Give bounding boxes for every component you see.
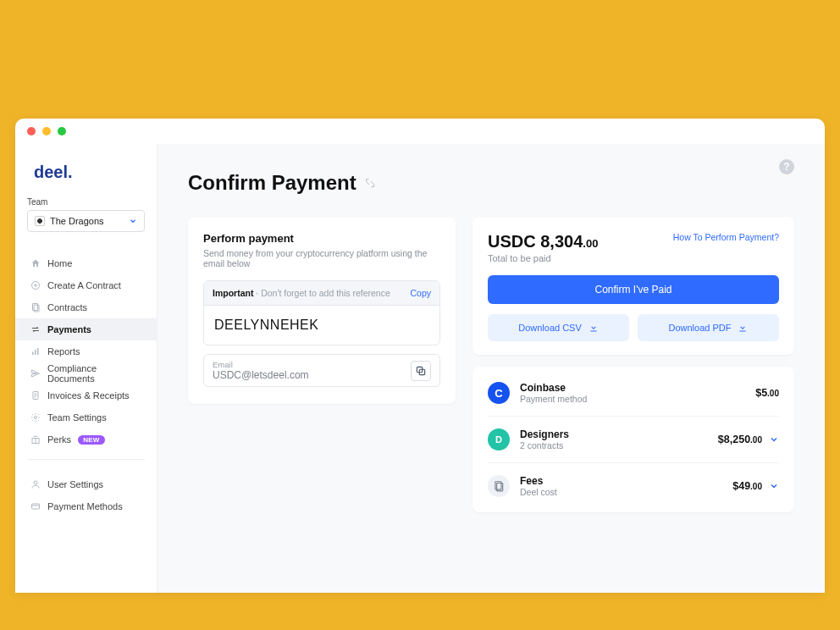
- nav-divider: [27, 459, 145, 460]
- app-window: deel. Team The Dragons Home Create: [15, 119, 825, 593]
- minimize-dot[interactable]: [42, 127, 51, 135]
- breakdown-subtitle: 2 contracts: [520, 440, 708, 450]
- sidebar-item-label: Team Settings: [47, 412, 107, 423]
- sidebar-item-payment-methods[interactable]: Payment Methods: [15, 495, 157, 517]
- breakdown-row-designers[interactable]: D Designers 2 contracts $8,250.00: [488, 417, 779, 463]
- download-icon: [589, 323, 599, 333]
- home-icon: [30, 258, 41, 268]
- transfer-icon: [30, 324, 41, 334]
- copy-email-button[interactable]: [411, 361, 431, 381]
- confirm-paid-button[interactable]: Confirm I've Paid: [488, 275, 779, 304]
- email-label: Email: [213, 360, 309, 369]
- total-amount: USDC 8,304.00: [488, 232, 598, 251]
- sidebar-item-label: User Settings: [47, 479, 103, 489]
- breakdown-row-coinbase: C Coinbase Payment method $5.00: [488, 370, 779, 417]
- breakdown-amount: $8,250.00: [718, 434, 779, 445]
- fees-avatar-icon: [488, 475, 510, 497]
- help-icon[interactable]: ?: [779, 159, 794, 174]
- sidebar-item-home[interactable]: Home: [15, 252, 157, 274]
- download-csv-button[interactable]: Download CSV: [488, 314, 629, 341]
- coinbase-avatar-icon: C: [488, 382, 510, 404]
- breakdown-amount: $49.00: [732, 480, 779, 492]
- total-label: Total to be paid: [488, 253, 779, 263]
- breakdown-card: C Coinbase Payment method $5.00 D: [472, 367, 794, 512]
- sidebar-item-label: Create A Contract: [47, 280, 121, 290]
- nav-secondary: User Settings Payment Methods: [15, 473, 157, 517]
- sidebar-item-label: Payment Methods: [47, 501, 123, 511]
- reference-box: Important · Don't forget to add this ref…: [203, 280, 440, 345]
- sidebar-item-label: Contracts: [47, 302, 87, 312]
- chevron-down-icon: [129, 217, 137, 225]
- send-icon: [30, 368, 41, 379]
- bar-chart-icon: [30, 346, 41, 356]
- sidebar-item-create-contract[interactable]: Create A Contract: [15, 274, 157, 296]
- reference-value: DEELYNNEHEK: [204, 306, 439, 345]
- team-avatar-icon: [35, 216, 45, 226]
- main-content: ? Confirm Payment Perform payment Send m…: [158, 144, 825, 593]
- sidebar-item-label: Reports: [47, 346, 80, 356]
- sidebar-item-compliance[interactable]: Compliance Documents: [15, 362, 157, 384]
- sidebar-item-contracts[interactable]: Contracts: [15, 296, 157, 318]
- sidebar-item-label: Perks: [47, 434, 71, 445]
- window-titlebar: [15, 119, 825, 144]
- sidebar-item-label: Invoices & Receipts: [47, 390, 130, 401]
- breakdown-title: Fees: [520, 475, 722, 487]
- sidebar-item-perks[interactable]: Perks NEW: [15, 428, 157, 450]
- sidebar: deel. Team The Dragons Home Create: [15, 144, 158, 593]
- page-title: Confirm Payment: [188, 171, 375, 195]
- summary-card: USDC 8,304.00 How To Perform Payment? To…: [472, 217, 794, 355]
- perform-payment-subtitle: Send money from your cryptocurrency plat…: [203, 248, 440, 268]
- sidebar-item-payments[interactable]: Payments: [15, 318, 157, 340]
- svg-rect-5: [37, 348, 39, 355]
- gear-icon: [30, 412, 41, 423]
- svg-point-9: [34, 481, 37, 484]
- svg-rect-3: [32, 352, 34, 356]
- breakdown-title: Coinbase: [520, 382, 745, 394]
- breakdown-subtitle: Deel cost: [520, 487, 722, 497]
- perform-payment-title: Perform payment: [203, 232, 440, 245]
- svg-rect-10: [32, 504, 40, 509]
- user-icon: [30, 479, 41, 489]
- sidebar-item-team-settings[interactable]: Team Settings: [15, 406, 157, 428]
- receipt-icon: [30, 390, 41, 401]
- copy-reference-button[interactable]: Copy: [410, 288, 431, 298]
- howto-link[interactable]: How To Perform Payment?: [673, 232, 779, 242]
- sidebar-item-invoices[interactable]: Invoices & Receipts: [15, 384, 157, 406]
- card-icon: [30, 501, 41, 511]
- logo: deel.: [15, 154, 157, 197]
- breakdown-row-fees[interactable]: Fees Deel cost $49.00: [488, 463, 779, 509]
- nav-primary: Home Create A Contract Contracts Payment…: [15, 252, 157, 450]
- page-header: Confirm Payment: [188, 171, 794, 195]
- sidebar-item-label: Compliance Documents: [47, 363, 141, 384]
- svg-rect-4: [35, 350, 36, 355]
- team-label: Team: [15, 197, 157, 210]
- sidebar-item-reports[interactable]: Reports: [15, 340, 157, 362]
- maximize-dot[interactable]: [58, 127, 66, 135]
- download-pdf-button[interactable]: Download PDF: [638, 314, 779, 341]
- chevron-down-icon: [769, 434, 779, 445]
- team-select[interactable]: The Dragons: [27, 210, 145, 232]
- expand-icon[interactable]: [365, 178, 375, 188]
- team-name: The Dragons: [50, 216, 104, 226]
- breakdown-title: Designers: [520, 428, 708, 440]
- perform-payment-card: Perform payment Send money from your cry…: [188, 217, 456, 404]
- chevron-down-icon: [769, 481, 779, 491]
- breakdown-subtitle: Payment method: [520, 394, 745, 404]
- breakdown-amount: $5.00: [755, 387, 779, 399]
- plus-circle-icon: [30, 280, 41, 290]
- reference-header: Important · Don't forget to add this ref…: [204, 281, 439, 306]
- gift-icon: [30, 434, 41, 445]
- close-dot[interactable]: [27, 127, 36, 135]
- designers-avatar-icon: D: [488, 428, 510, 450]
- reference-hint: Important · Don't forget to add this ref…: [213, 288, 390, 298]
- documents-icon: [30, 302, 41, 312]
- email-box: Email USDC@letsdeel.com: [203, 354, 440, 387]
- sidebar-item-user-settings[interactable]: User Settings: [15, 473, 157, 495]
- sidebar-item-label: Payments: [47, 324, 91, 334]
- new-badge: NEW: [78, 435, 105, 445]
- download-icon: [738, 323, 748, 333]
- email-value: USDC@letsdeel.com: [213, 369, 309, 381]
- sidebar-item-label: Home: [47, 258, 72, 268]
- svg-point-7: [35, 417, 37, 419]
